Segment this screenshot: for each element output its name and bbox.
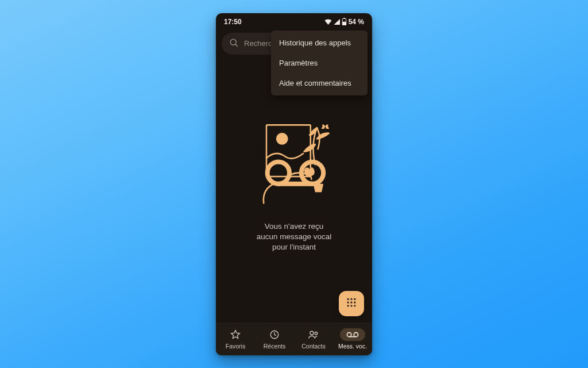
empty-line-3: pour l'instant [257, 242, 332, 252]
recents-icon [269, 329, 280, 340]
bottom-nav: Favoris Récents Contacts Mess. voc. [216, 323, 372, 355]
search-icon [230, 39, 238, 49]
wifi-icon [324, 19, 332, 25]
svg-point-18 [315, 332, 318, 335]
status-bar: 17:50 54 % [216, 13, 372, 29]
cell-signal-icon [334, 19, 340, 25]
svg-point-13 [347, 305, 349, 306]
empty-state: Vous n'avez reçu aucun message vocal pou… [216, 117, 372, 253]
battery-icon [342, 18, 347, 25]
menu-item-settings[interactable]: Paramètres [271, 53, 368, 73]
svg-point-17 [310, 331, 314, 335]
contacts-icon [308, 329, 319, 340]
battery-percent: 54 % [349, 18, 364, 26]
svg-point-15 [354, 305, 355, 306]
svg-point-20 [354, 332, 358, 336]
dialpad-icon [346, 297, 357, 310]
nav-label: Favoris [226, 343, 245, 350]
clock: 17:50 [224, 18, 242, 26]
svg-point-19 [347, 332, 351, 336]
phone-frame: 17:50 54 % Rechercher d [216, 13, 372, 355]
nav-label: Récents [264, 343, 286, 350]
svg-point-12 [354, 301, 355, 303]
nav-label: Mess. voc. [338, 343, 367, 350]
menu-item-help-feedback[interactable]: Aide et commentaires [271, 73, 368, 93]
empty-line-1: Vous n'avez reçu [257, 221, 332, 232]
page-background: 17:50 54 % Rechercher d [0, 0, 588, 368]
menu-item-call-history[interactable]: Historique des appels [271, 33, 368, 53]
svg-point-11 [350, 301, 352, 303]
status-right: 54 % [324, 18, 364, 26]
svg-point-9 [354, 298, 355, 300]
svg-point-5 [268, 162, 289, 183]
svg-point-7 [347, 298, 349, 300]
star-icon [230, 329, 241, 340]
empty-line-2: aucun message vocal [257, 232, 332, 242]
svg-point-8 [350, 298, 352, 300]
nav-favorites[interactable]: Favoris [216, 323, 255, 355]
nav-contacts[interactable]: Contacts [294, 323, 333, 355]
voicemail-icon [346, 331, 359, 339]
dialpad-fab[interactable] [339, 291, 364, 316]
nav-voicemail[interactable]: Mess. voc. [333, 323, 372, 355]
svg-rect-2 [342, 22, 346, 25]
voicemail-illustration [248, 117, 340, 209]
empty-state-text: Vous n'avez reçu aucun message vocal pou… [257, 221, 332, 253]
overflow-menu: Historique des appels Paramètres Aide et… [271, 30, 368, 95]
svg-point-4 [276, 133, 288, 145]
nav-label: Contacts [301, 343, 325, 350]
svg-point-14 [350, 305, 352, 306]
svg-point-10 [347, 301, 349, 303]
nav-recents[interactable]: Récents [255, 323, 294, 355]
